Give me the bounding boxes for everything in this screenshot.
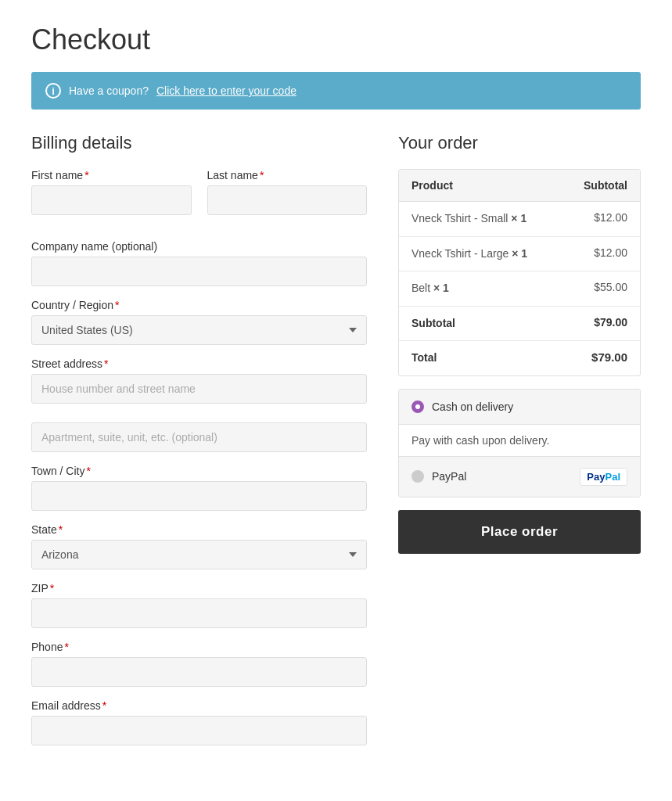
billing-section: Billing details First name* Last name* C…: [31, 133, 367, 758]
phone-group: Phone*: [31, 641, 367, 687]
last-name-group: Last name*: [207, 169, 368, 215]
country-label: Country / Region*: [31, 299, 367, 311]
cod-label: Cash on delivery: [432, 400, 627, 413]
info-icon: i: [45, 83, 61, 99]
paypal-radio: [411, 470, 424, 483]
order-title: Your order: [398, 133, 641, 153]
first-name-label: First name*: [31, 169, 192, 181]
town-label: Town / City*: [31, 465, 367, 477]
payment-section: Cash on delivery Pay with cash upon deli…: [398, 389, 641, 497]
order-item-3-price: $55.00: [565, 281, 627, 293]
coupon-banner: i Have a coupon? Click here to enter you…: [31, 72, 641, 110]
first-name-group: First name*: [31, 169, 192, 215]
order-item-1-name: Vneck Tshirt - Small × 1: [411, 211, 565, 227]
order-item-2: Vneck Tshirt - Large × 1 $12.00: [399, 237, 640, 272]
company-name-group: Company name (optional): [31, 240, 367, 286]
company-name-input[interactable]: [31, 257, 367, 286]
payment-cod-option[interactable]: Cash on delivery: [399, 390, 640, 425]
street-address-input[interactable]: [31, 374, 367, 404]
email-label: Email address*: [31, 699, 367, 712]
zip-label: ZIP*: [31, 582, 367, 594]
name-row: First name* Last name*: [31, 169, 367, 228]
subtotal-value: $79.00: [565, 316, 627, 329]
cod-radio-selected: [411, 400, 424, 413]
main-layout: Billing details First name* Last name* C…: [31, 133, 641, 758]
state-label: State*: [31, 523, 367, 536]
order-item-3-name: Belt × 1: [411, 281, 565, 296]
subtotal-label: Subtotal: [411, 316, 565, 332]
company-name-label: Company name (optional): [31, 240, 367, 253]
country-group: Country / Region* United States (US): [31, 299, 367, 345]
paypal-label: PayPal: [432, 470, 572, 483]
apt-input[interactable]: [31, 422, 367, 452]
paypal-logo: PayPal: [580, 468, 627, 486]
order-item-2-price: $12.00: [565, 246, 627, 259]
order-total-row: Total $79.00: [399, 341, 640, 375]
order-item-2-name: Vneck Tshirt - Large × 1: [411, 246, 565, 262]
last-name-label: Last name*: [207, 169, 368, 181]
zip-group: ZIP*: [31, 582, 367, 628]
order-subtotal-row: Subtotal $79.00: [399, 307, 640, 342]
street-address-group: Street address*: [31, 357, 367, 410]
cod-description: Pay with cash upon delivery.: [399, 425, 640, 457]
country-select[interactable]: United States (US): [31, 315, 367, 345]
state-select[interactable]: Arizona: [31, 540, 367, 569]
header-product: Product: [411, 179, 565, 192]
phone-input[interactable]: [31, 657, 367, 687]
phone-label: Phone*: [31, 641, 367, 653]
town-group: Town / City*: [31, 465, 367, 511]
total-value: $79.00: [565, 350, 627, 364]
billing-title: Billing details: [31, 133, 367, 153]
order-section: Your order Product Subtotal Vneck Tshirt…: [398, 133, 641, 554]
zip-input[interactable]: [31, 598, 367, 628]
first-name-input[interactable]: [31, 185, 192, 215]
order-item-1: Vneck Tshirt - Small × 1 $12.00: [399, 202, 640, 237]
total-label: Total: [411, 350, 565, 366]
apt-group: [31, 422, 367, 452]
payment-paypal-option[interactable]: PayPal PayPal: [399, 457, 640, 497]
street-address-label: Street address*: [31, 357, 367, 370]
order-item-3: Belt × 1 $55.00: [399, 271, 640, 307]
order-item-1-price: $12.00: [565, 211, 627, 224]
town-input[interactable]: [31, 481, 367, 511]
place-order-button[interactable]: Place order: [398, 510, 641, 554]
page-title: Checkout: [31, 23, 641, 56]
email-group: Email address*: [31, 699, 367, 745]
coupon-link[interactable]: Click here to enter your code: [156, 84, 296, 97]
last-name-input[interactable]: [207, 185, 368, 215]
email-input[interactable]: [31, 716, 367, 745]
state-group: State* Arizona: [31, 523, 367, 569]
order-table-header: Product Subtotal: [399, 170, 640, 202]
order-table: Product Subtotal Vneck Tshirt - Small × …: [398, 169, 641, 376]
header-subtotal: Subtotal: [565, 179, 627, 192]
coupon-text: Have a coupon?: [69, 84, 149, 97]
